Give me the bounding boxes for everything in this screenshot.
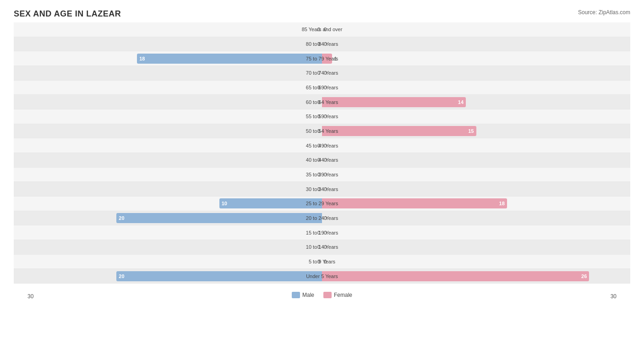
female-zero-label: 0 (324, 70, 327, 76)
male-label: Male (302, 292, 314, 298)
male-zero-label: 0 (317, 99, 320, 105)
right-side: 0 (322, 37, 630, 51)
left-side: 0 (14, 225, 322, 240)
bar-row: 045 to 49 Years0 (14, 138, 630, 153)
bar-row: 050 to 54 Years15 (14, 124, 630, 139)
bar-row: 010 to 14 Years0 (14, 240, 630, 255)
right-side: 14 (322, 95, 630, 109)
female-zero-label: 0 (324, 143, 327, 148)
male-value-label: 20 (116, 215, 126, 221)
bar-row: 1025 to 29 Years18 (14, 197, 630, 211)
left-side: 0 (14, 255, 322, 269)
bar-row: 055 to 59 Years0 (14, 109, 630, 124)
right-side: 0 (322, 182, 630, 196)
male-bar: 20 (116, 271, 322, 281)
left-side: 0 (14, 138, 322, 153)
female-swatch (323, 292, 332, 298)
left-side: 0 (14, 66, 322, 80)
male-zero-label: 0 (317, 157, 320, 163)
female-zero-label: 0 (324, 259, 327, 264)
left-side: 0 (14, 124, 322, 138)
right-side: 0 (322, 66, 630, 80)
female-value-label: 1 (332, 56, 337, 61)
bar-row: 070 to 74 Years0 (14, 66, 630, 81)
male-zero-label: 0 (317, 85, 320, 90)
right-side: 0 (322, 211, 630, 225)
male-zero-label: 0 (317, 27, 320, 32)
left-side: 0 (14, 109, 322, 124)
male-zero-label: 0 (317, 114, 320, 119)
male-bar: 18 (137, 54, 322, 64)
left-side: 0 (14, 81, 322, 95)
legend-male: Male (292, 292, 314, 298)
female-zero-label: 0 (324, 244, 327, 250)
left-side: 10 (14, 197, 322, 211)
right-side: 0 (322, 240, 630, 254)
bar-row: 040 to 44 Years0 (14, 153, 630, 168)
right-side: 0 (322, 153, 630, 167)
male-zero-label: 0 (317, 259, 320, 264)
female-bar: 26 (322, 271, 589, 281)
male-value-label: 18 (137, 56, 147, 61)
bar-row: 065 to 69 Years0 (14, 81, 630, 95)
male-zero-label: 0 (317, 244, 320, 250)
female-bar: 1 (322, 54, 332, 64)
source-text: Source: ZipAtlas.com (578, 9, 630, 16)
male-zero-label: 0 (317, 230, 320, 235)
female-bar: 15 (322, 126, 476, 136)
bar-row: 030 to 34 Years0 (14, 182, 630, 197)
chart-title: SEX AND AGE IN LAZEAR (14, 9, 630, 19)
female-zero-label: 0 (324, 186, 327, 192)
male-zero-label: 0 (317, 172, 320, 177)
female-value-label: 26 (579, 273, 589, 279)
male-zero-label: 0 (317, 70, 320, 76)
female-bar: 18 (322, 198, 507, 208)
female-zero-label: 0 (324, 230, 327, 235)
right-side: 18 (322, 197, 630, 211)
left-side: 0 (14, 95, 322, 109)
left-side: 20 (14, 269, 322, 283)
legend: Male Female (292, 292, 352, 298)
male-zero-label: 0 (317, 186, 320, 192)
left-side: 18 (14, 51, 322, 66)
male-value-label: 10 (219, 201, 229, 206)
axis-bottom: 30 Male Female 30 (14, 284, 630, 302)
left-side: 20 (14, 211, 322, 225)
female-value-label: 15 (466, 128, 476, 134)
left-side: 0 (14, 240, 322, 254)
bar-row: 05 to 9 Years0 (14, 255, 630, 269)
right-side: 0 (322, 255, 630, 269)
female-label: Female (334, 292, 352, 298)
left-side: 0 (14, 182, 322, 196)
rows-container: 085 Years and over0080 to 84 Years01875 … (14, 22, 630, 284)
male-bar: 20 (116, 213, 322, 223)
female-zero-label: 0 (324, 27, 327, 32)
female-zero-label: 0 (324, 172, 327, 177)
right-side: 0 (322, 225, 630, 240)
chart-area: 085 Years and over0080 to 84 Years01875 … (14, 22, 630, 302)
left-side: 0 (14, 168, 322, 182)
axis-left-label: 30 (27, 293, 33, 300)
left-side: 0 (14, 37, 322, 51)
bar-row: 085 Years and over0 (14, 22, 630, 37)
right-side: 0 (322, 168, 630, 182)
left-side: 0 (14, 22, 322, 37)
right-side: 0 (322, 22, 630, 37)
bar-row: 060 to 64 Years14 (14, 95, 630, 109)
female-value-label: 14 (456, 99, 466, 105)
right-side: 15 (322, 124, 630, 138)
axis-right-label: 30 (611, 293, 617, 300)
bar-row: 015 to 19 Years0 (14, 225, 630, 240)
male-zero-label: 0 (317, 41, 320, 47)
bar-row: 035 to 39 Years0 (14, 168, 630, 182)
male-zero-label: 0 (317, 128, 320, 134)
right-side: 0 (322, 109, 630, 124)
female-zero-label: 0 (324, 215, 327, 221)
male-bar: 10 (219, 198, 322, 208)
male-zero-label: 0 (317, 143, 320, 148)
female-zero-label: 0 (324, 157, 327, 163)
female-zero-label: 0 (324, 85, 327, 90)
chart-container: SEX AND AGE IN LAZEAR Source: ZipAtlas.c… (0, 0, 644, 339)
bar-row: 20Under 5 Years26 (14, 269, 630, 284)
left-side: 0 (14, 153, 322, 167)
